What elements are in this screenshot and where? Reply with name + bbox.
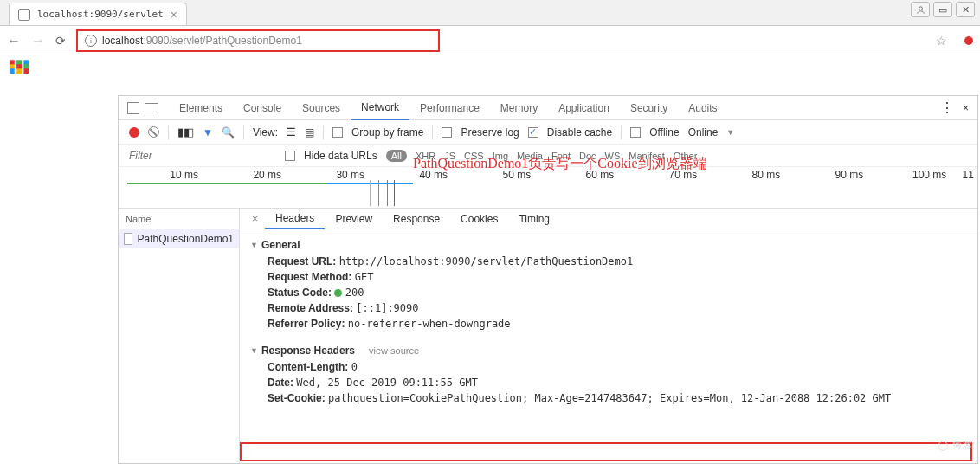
highlight-box-cookie [240,442,972,461]
status-code: 200 [345,287,364,299]
timeline[interactable]: 10 ms 20 ms 30 ms 40 ms 50 ms 60 ms 70 m… [119,167,977,209]
disable-cache-checkbox[interactable] [528,127,538,138]
minimize-icon[interactable]: ▭ [933,2,952,17]
set-cookie-value: pathquestion=CookiePathQuestion; Max-Age… [328,392,891,404]
url-host: localhost [102,35,143,47]
general-label: General [261,239,300,251]
tab-cookies[interactable]: Cookies [450,209,508,229]
offline-checkbox[interactable] [630,127,641,138]
timeline-mark: 30 ms [285,169,368,181]
tab-audits[interactable]: Audits [678,96,727,120]
timeline-mark: 90 ms [783,169,867,181]
file-icon [124,233,132,245]
browser-tab[interactable]: localhost:9090/servlet × [9,3,187,25]
apps-row: ■■■ ■■■ ■■■ [0,55,980,78]
split-pane: Name PathQuestionDemo1 × Headers Preview… [119,209,977,463]
view-large-icon[interactable]: ☰ [287,126,296,139]
request-url-label: Request URL: [268,255,336,267]
timeline-mark: 10 ms [119,169,202,181]
favicon-icon [18,9,30,21]
reload-button[interactable]: ⟳ [55,34,66,48]
chevron-down-icon[interactable]: ▼ [726,128,734,137]
tab-security[interactable]: Security [620,96,678,120]
svg-point-0 [919,6,922,10]
preserve-log-label: Preserve log [461,126,519,139]
request-method: GET [355,271,374,283]
search-icon[interactable]: 🔍 [222,126,235,139]
disable-cache-label: Disable cache [547,126,612,139]
tab-title: localhost:9090/servlet [37,9,164,20]
offline-label: Offline [649,126,679,139]
record-button[interactable] [129,127,139,138]
device-icon[interactable] [145,103,158,113]
request-method-label: Request Method: [268,271,351,283]
referrer-policy: no-referrer-when-downgrade [348,318,511,330]
extension-icon[interactable] [964,36,973,45]
content-length-label: Content-Length: [268,361,348,373]
info-icon[interactable]: i [85,35,97,47]
detail-tabs: × Headers Preview Response Cookies Timin… [240,209,977,229]
url-text: localhost:9090/servlet/PathQuestionDemo1 [102,34,302,47]
url-input[interactable]: i localhost:9090/servlet/PathQuestionDem… [76,29,440,52]
response-headers-section[interactable]: ▼Response Headersview source [250,342,967,359]
close-detail-icon[interactable]: × [245,213,265,225]
set-cookie-label: Set-Cookie: [268,392,326,404]
request-list: Name PathQuestionDemo1 [119,209,240,463]
tab-application[interactable]: Application [548,96,620,120]
tab-memory[interactable]: Memory [490,96,548,120]
remote-address: [::1]:9090 [356,302,418,314]
request-name: PathQuestionDemo1 [138,233,234,245]
tab-sources[interactable]: Sources [292,96,351,120]
detail-pane: × Headers Preview Response Cookies Timin… [240,209,977,463]
request-row[interactable]: PathQuestionDemo1 [119,229,239,248]
filter-input[interactable] [129,150,198,162]
referrer-label: Referrer Policy: [268,318,345,330]
hide-urls-label: Hide data URLs [304,150,377,162]
tab-elements[interactable]: Elements [169,96,233,120]
user-icon[interactable] [911,2,930,17]
url-port: :9090 [143,35,169,47]
date-label: Date: [268,377,293,389]
address-bar: ← → ⟳ i localhost:9090/servlet/PathQuest… [0,26,980,55]
filter-all[interactable]: All [386,150,407,162]
tab-network[interactable]: Network [351,96,409,120]
view-source-link[interactable]: view source [369,345,419,356]
devtools-close-icon[interactable]: × [963,102,969,114]
general-section[interactable]: ▼General [250,236,967,254]
filter-icon[interactable]: ▼ [203,126,213,139]
inspect-icon[interactable] [127,102,139,114]
forward-button[interactable]: → [31,33,45,48]
view-label: View: [253,126,278,139]
bookmark-icon[interactable]: ☆ [936,34,947,48]
timeline-mark: 11 [950,169,977,181]
clear-button[interactable] [148,126,159,138]
tab-console[interactable]: Console [233,96,292,120]
network-toolbar: ▮◧ ▼ 🔍 View: ☰ ▤ Group by frame Preserve… [119,120,977,145]
col-name[interactable]: Name [119,209,239,229]
preserve-log-checkbox[interactable] [442,127,452,138]
window-controls: ▭ ✕ [911,2,975,17]
tab-headers[interactable]: Headers [265,209,325,229]
timeline-mark: 100 ms [867,169,950,181]
tab-response[interactable]: Response [383,209,450,229]
hide-urls-checkbox[interactable] [285,151,295,161]
tab-performance[interactable]: Performance [409,96,490,120]
screenshot-icon[interactable]: ▮◧ [177,126,194,139]
view-small-icon[interactable]: ▤ [305,126,314,139]
back-button[interactable]: ← [7,33,21,48]
online-select[interactable]: Online [688,126,719,139]
watermark: ◯ 博客 [938,439,973,452]
status-dot-icon [334,289,342,297]
status-label: Status Code: [268,287,332,299]
tab-timing[interactable]: Timing [508,209,560,229]
apps-icon[interactable]: ■■■ ■■■ ■■■ [9,61,30,74]
close-icon[interactable]: ✕ [956,2,975,17]
response-headers-label: Response Headers [261,345,355,357]
more-icon[interactable]: ⋮ [940,100,954,116]
tab-preview[interactable]: Preview [325,209,383,229]
date-value: Wed, 25 Dec 2019 09:11:55 GMT [296,377,478,389]
group-by-frame-checkbox[interactable] [332,127,343,138]
tab-close-icon[interactable]: × [171,8,177,22]
content-length: 0 [351,361,358,373]
detail-body: ▼General Request URL: http://localhost:9… [240,229,977,463]
